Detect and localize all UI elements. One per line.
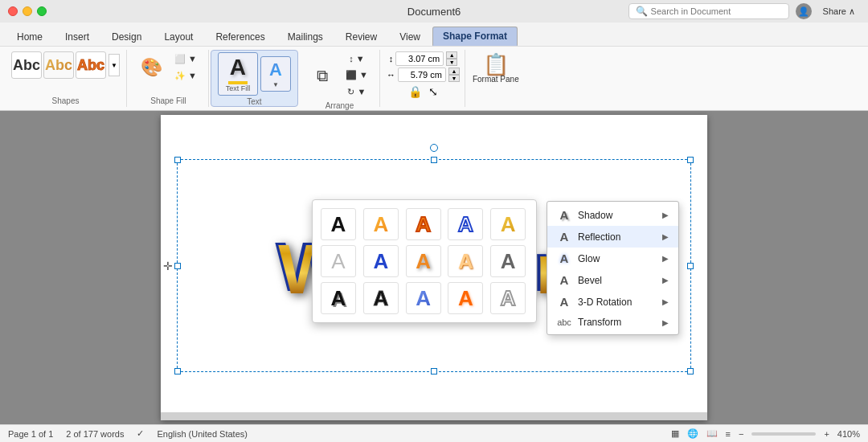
effects-item-3d-rotation[interactable]: A 3-D Rotation ▶ <box>547 291 678 313</box>
lock-row: 🔒 ⤡ <box>408 85 438 98</box>
3d-rotation-label: 3-D Rotation <box>578 297 632 308</box>
wa-style-plain[interactable]: A <box>321 208 356 240</box>
search-input[interactable] <box>651 6 780 16</box>
wa-style-orange-grad[interactable]: A <box>363 208 399 240</box>
effects-item-bevel[interactable]: A Bevel ▶ <box>547 269 678 291</box>
wordart-style-1[interactable]: Abc <box>11 51 42 79</box>
tab-mailings[interactable]: Mailings <box>277 27 334 46</box>
user-avatar[interactable]: 👤 <box>796 3 812 19</box>
format-pane-icon: 📋 <box>483 54 509 75</box>
rotate-handle[interactable] <box>430 144 438 152</box>
handle-middle-right[interactable] <box>687 263 694 269</box>
ribbon-tabs: Home Insert Design Layout References Mai… <box>0 23 868 47</box>
wa-style-orange-outline[interactable]: A <box>406 208 441 240</box>
zoom-out-icon[interactable]: − <box>739 429 743 439</box>
wordart-style-3[interactable]: Abc <box>76 51 106 79</box>
language[interactable]: English (United States) <box>157 429 248 439</box>
close-button[interactable] <box>8 6 18 16</box>
format-pane-button[interactable]: 📋 Format Pane <box>467 50 525 107</box>
handle-top-left[interactable] <box>174 157 181 163</box>
arrange-button[interactable]: ⧉ <box>306 64 338 87</box>
bevel-icon: A <box>557 273 571 287</box>
transform-label: Transform <box>578 317 621 328</box>
handle-top-right[interactable] <box>687 157 694 163</box>
height-down-button[interactable]: ▼ <box>446 59 457 66</box>
text-fill-button[interactable]: A Text Fill <box>218 52 258 96</box>
horizontal-scrollbar[interactable] <box>161 412 707 420</box>
wa-style-orange-3d[interactable]: A <box>406 245 441 277</box>
handle-bottom-center[interactable] <box>431 368 437 374</box>
shape-fill-button[interactable]: 🎨 <box>135 55 167 80</box>
shadow-icon: A <box>557 208 571 222</box>
height-input[interactable] <box>395 51 444 66</box>
effects-item-glow[interactable]: A Glow ▶ <box>547 248 678 269</box>
wa-style-blue-gradient[interactable]: A <box>406 282 441 314</box>
width-up-button[interactable]: ▲ <box>448 68 460 75</box>
tab-home[interactable]: Home <box>6 27 53 46</box>
shape-previews: Abc Abc Abc <box>11 51 106 79</box>
wa-style-blue-outline[interactable]: A <box>448 208 483 240</box>
shape-effects-button[interactable]: ✨ ▼ <box>170 68 202 84</box>
format-pane-label: Format Pane <box>473 75 519 84</box>
share-button[interactable]: Share ∧ <box>818 4 860 19</box>
status-bar: Page 1 of 1 2 of 177 words ✓ English (Un… <box>0 424 868 442</box>
wordart-style-2[interactable]: Abc <box>43 51 74 79</box>
handle-bottom-right[interactable] <box>687 368 694 374</box>
transform-arrow-icon: ▶ <box>662 318 669 327</box>
tab-layout[interactable]: Layout <box>154 27 203 46</box>
tab-review[interactable]: Review <box>335 27 387 46</box>
proofing-icon[interactable]: ✓ <box>137 428 144 439</box>
wa-style-black-bold[interactable]: A <box>363 282 399 314</box>
handle-bottom-left[interactable] <box>174 368 181 374</box>
wa-style-outline-only[interactable]: A <box>490 282 526 314</box>
zoom-in-icon[interactable]: + <box>824 429 829 439</box>
layout-icon[interactable]: ▦ <box>671 428 679 439</box>
tab-design[interactable]: Design <box>101 27 152 46</box>
zoom-slider[interactable] <box>751 432 816 436</box>
wa-style-orange-light[interactable]: A <box>448 245 483 277</box>
effects-item-reflection[interactable]: A Reflection ▶ <box>547 226 678 248</box>
tab-shape-format[interactable]: Shape Format <box>432 27 518 46</box>
ribbon-group-shapes: Abc Abc Abc ▼ Shapes <box>5 50 127 107</box>
handle-middle-left[interactable] <box>174 263 181 269</box>
position-button[interactable]: ↕ ▼ <box>341 51 373 66</box>
handle-top-center[interactable] <box>431 157 437 163</box>
zoom-level: 410% <box>837 429 860 439</box>
wrap-text-button[interactable]: ⬛ ▼ <box>341 68 373 83</box>
width-down-button[interactable]: ▼ <box>448 75 460 82</box>
glow-label: Glow <box>578 253 600 264</box>
wa-style-dark-gray[interactable]: A <box>490 245 526 277</box>
tab-insert[interactable]: Insert <box>55 27 100 46</box>
wordart-expand-button[interactable]: ▼ <box>108 54 120 76</box>
wa-style-black-solid[interactable]: A <box>321 282 356 314</box>
height-up-button[interactable]: ▲ <box>446 51 457 59</box>
wa-style-blue-solid[interactable]: A <box>363 245 399 277</box>
web-view-icon[interactable]: 🌐 <box>687 428 698 439</box>
title-right-area: 🔍 👤 Share ∧ <box>628 3 860 19</box>
shape-extras: ⬜ ▼ ✨ ▼ <box>170 51 202 84</box>
wa-style-orange-bright[interactable]: A <box>448 282 483 314</box>
wordart-picker-dropdown: A A A A A A A A A A A A A A A <box>312 199 537 323</box>
search-bar[interactable]: 🔍 <box>628 3 789 19</box>
word-count: 2 of 177 words <box>66 429 124 439</box>
wa-style-light-gray[interactable]: A <box>321 245 356 277</box>
traffic-lights <box>8 6 47 16</box>
effects-item-transform[interactable]: abc Transform ▶ <box>547 313 678 332</box>
rotate-button[interactable]: ↻ ▼ <box>341 84 373 100</box>
ribbon-group-dimensions: ↕ ▲ ▼ ↔ ▲ ▼ 🔒 ⤡ <box>382 50 465 107</box>
canvas-area: Word Art ✛ A A A A A A A <box>0 111 868 424</box>
width-input[interactable] <box>398 68 446 82</box>
text-effects-button[interactable]: A ▼ <box>260 56 291 91</box>
read-mode-icon[interactable]: 📖 <box>706 428 718 439</box>
wa-style-gold[interactable]: A <box>490 208 526 240</box>
tab-references[interactable]: References <box>205 27 275 46</box>
minimize-button[interactable] <box>23 6 32 16</box>
outline-icon[interactable]: ≡ <box>726 429 731 439</box>
effects-item-shadow[interactable]: A Shadow ▶ <box>547 204 678 226</box>
maximize-button[interactable] <box>37 6 47 16</box>
move-icon: ✛ <box>163 260 173 272</box>
shape-outline-button[interactable]: ⬜ ▼ <box>170 51 202 67</box>
width-spinner: ▲ ▼ <box>448 68 460 82</box>
width-row: ↔ ▲ ▼ <box>387 68 460 82</box>
tab-view[interactable]: View <box>389 27 431 46</box>
